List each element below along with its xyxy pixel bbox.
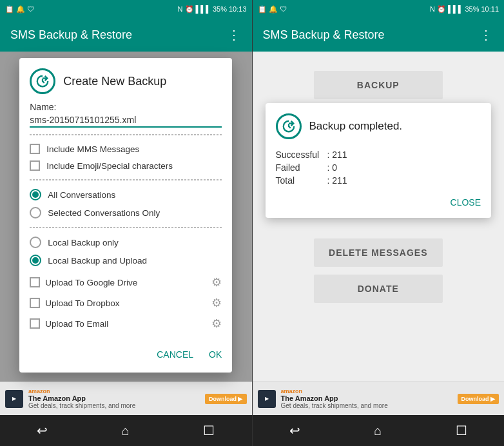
name-row: Name: <box>30 102 222 128</box>
divider-3 <box>30 227 222 228</box>
alarm-icon: ⏰ <box>185 5 194 14</box>
stats-successful: Successful : 211 <box>276 148 481 161</box>
upload-dropbox-checkbox[interactable] <box>30 298 40 308</box>
radio-selected-label: Selected Conversations Only <box>48 208 160 218</box>
ad-banner-left: ▶ amazon The Amazon App Get deals, track… <box>0 382 252 415</box>
amazon-logo-right: amazon <box>281 388 388 394</box>
close-button[interactable]: CLOSE <box>451 197 481 208</box>
radio-local-upload-outer[interactable] <box>30 255 41 266</box>
signal-icon: N <box>178 5 183 13</box>
radio-all-label: All Conversations <box>48 190 115 200</box>
upload-email-row[interactable]: Upload To Email ⚙ <box>30 313 222 334</box>
stats-total-label: Total <box>276 175 327 186</box>
name-label: Name: <box>30 102 56 112</box>
upload-dropbox-row[interactable]: Upload To Dropbox ⚙ <box>30 293 222 313</box>
dialog-title-row: Create New Backup <box>30 68 222 94</box>
radio-all-conversations[interactable]: All Conversations <box>30 186 222 204</box>
notification-icons: 📋 🔔 🛡 <box>5 5 34 14</box>
radio-all-outer[interactable] <box>30 189 41 200</box>
radio-local-upload[interactable]: Local Backup and Upload <box>30 251 222 269</box>
back-button-right[interactable]: ↩ <box>289 423 300 438</box>
stats-table: Successful : 211 Failed : 0 Total : 211 <box>276 148 481 187</box>
upload-section: Upload To Google Drive ⚙ Upload To Dropb… <box>30 272 222 334</box>
ad-tagline-left: The Amazon App <box>28 394 135 402</box>
main-content-left: Create New Backup Name: Include MMS Mess… <box>0 52 252 382</box>
ad-download-button-right[interactable]: Download ▶ <box>458 394 499 404</box>
app-title-right: SMS Backup & Restore <box>263 28 385 42</box>
signal-bars-right: ▌▌▌ <box>448 5 463 13</box>
right-panel: 📋 🔔 🛡 N ⏰ ▌▌▌ 35% 10:11 SMS Backup & Res… <box>253 0 505 446</box>
menu-dots-left[interactable]: ⋮ <box>228 27 242 43</box>
gdrive-gear-icon[interactable]: ⚙ <box>211 275 222 289</box>
menu-dots-right[interactable]: ⋮ <box>480 27 494 43</box>
stats-failed-label: Failed <box>276 162 327 173</box>
backup-name-input[interactable] <box>30 113 222 128</box>
signal-bars: ▌▌▌ <box>196 5 211 13</box>
completed-icon <box>276 113 302 139</box>
backup-completed-dialog: Backup completed. Successful : 211 Faile… <box>266 103 492 218</box>
radio-selected-outer[interactable] <box>30 207 41 218</box>
dialog-overlay: Create New Backup Name: Include MMS Mess… <box>0 52 252 382</box>
battery-percent-right: 35% <box>465 5 479 13</box>
stats-successful-value: : 211 <box>327 150 347 160</box>
appbar-right: SMS Backup & Restore ⋮ <box>253 18 505 52</box>
radio-local-only[interactable]: Local Backup only <box>30 233 222 251</box>
recent-button-left[interactable]: ☐ <box>203 423 215 438</box>
radio-local-only-outer[interactable] <box>30 237 41 248</box>
donate-button[interactable]: DONATE <box>314 275 443 303</box>
completed-title-row: Backup completed. <box>276 113 481 139</box>
radio-local-upload-label: Local Backup and Upload <box>48 256 147 266</box>
recent-button-right[interactable]: ☐ <box>456 423 467 438</box>
checkbox-emoji[interactable]: Include Emoji/Special characters <box>30 157 222 174</box>
upload-dropbox-label: Upload To Dropbox <box>45 298 119 308</box>
lower-buttons: DELETE MESSAGES DONATE <box>253 238 505 303</box>
checkbox-mms[interactable]: Include MMS Messages <box>30 141 222 157</box>
dialog-actions: CANCEL OK <box>30 339 222 362</box>
ok-button[interactable]: OK <box>209 347 222 362</box>
checkbox-emoji-box[interactable] <box>30 160 40 171</box>
back-button-left[interactable]: ↩ <box>37 423 48 438</box>
amazon-icon-right: ▶ <box>258 390 276 408</box>
radio-all-inner <box>32 191 39 198</box>
divider-2 <box>30 179 222 180</box>
divider-1 <box>30 134 222 135</box>
ad-text-right: amazon The Amazon App Get deals, track s… <box>281 388 388 409</box>
email-gear-icon[interactable]: ⚙ <box>211 316 222 331</box>
status-right-info: N ⏰ ▌▌▌ 35% 10:13 <box>178 5 247 14</box>
radio-selected-conversations[interactable]: Selected Conversations Only <box>30 204 222 222</box>
amazon-icon-left: ▶ <box>5 390 23 408</box>
dialog-title-text: Create New Backup <box>63 75 166 88</box>
ad-download-button-left[interactable]: Download ▶ <box>205 394 247 404</box>
radio-local-only-label: Local Backup only <box>48 238 119 247</box>
delete-messages-button[interactable]: DELETE MESSAGES <box>314 238 443 267</box>
completed-actions: CLOSE <box>276 197 481 208</box>
backup-button[interactable]: BACKUP <box>314 71 443 99</box>
cancel-button[interactable]: CANCEL <box>157 347 193 362</box>
status-right-left-icons: 📋 🔔 🛡 <box>258 5 287 14</box>
ad-text-left: amazon The Amazon App Get deals, track s… <box>28 388 135 409</box>
home-button-left[interactable]: ⌂ <box>122 423 130 438</box>
left-panel: 📋 🔔 🛡 N ⏰ ▌▌▌ 35% 10:13 SMS Backup & Res… <box>0 0 252 446</box>
radio-local-upload-inner <box>32 257 39 264</box>
status-bar-left: 📋 🔔 🛡 N ⏰ ▌▌▌ 35% 10:13 <box>0 0 252 18</box>
stats-total: Total : 211 <box>276 174 481 187</box>
stats-successful-label: Successful <box>276 150 327 160</box>
home-button-right[interactable]: ⌂ <box>374 423 382 438</box>
checkbox-mms-box[interactable] <box>30 144 40 154</box>
upload-gdrive-label: Upload To Google Drive <box>45 278 137 287</box>
notification-icons-right: 📋 🔔 🛡 <box>258 5 287 14</box>
upload-email-checkbox[interactable] <box>30 318 40 329</box>
upload-gdrive-checkbox[interactable] <box>30 277 40 287</box>
upload-email-label: Upload To Email <box>45 319 108 329</box>
dropbox-gear-icon[interactable]: ⚙ <box>211 296 222 310</box>
completed-title-text: Backup completed. <box>309 120 403 133</box>
create-backup-dialog: Create New Backup Name: Include MMS Mess… <box>19 58 232 373</box>
status-bar-right: 📋 🔔 🛡 N ⏰ ▌▌▌ 35% 10:11 <box>253 0 505 18</box>
alarm-icon-right: ⏰ <box>437 5 446 14</box>
ad-subtitle-left: Get deals, track shipments, and more <box>28 402 135 409</box>
upload-gdrive-row[interactable]: Upload To Google Drive ⚙ <box>30 272 222 293</box>
nav-bar-right: ↩ ⌂ ☐ <box>253 415 505 446</box>
stats-total-value: : 211 <box>327 175 347 186</box>
backup-icon <box>30 68 55 94</box>
ad-subtitle-right: Get deals, track shipments, and more <box>281 402 388 409</box>
